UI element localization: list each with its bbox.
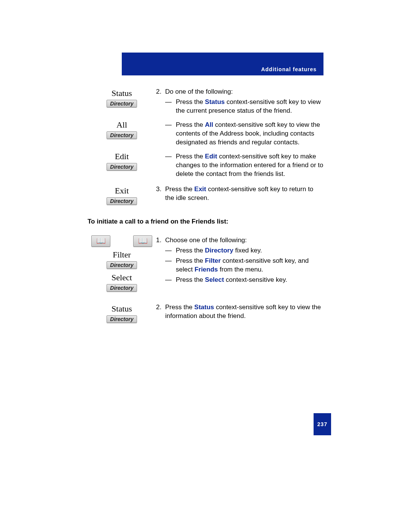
softkey-status2-label: Status — [88, 304, 156, 314]
page-number: 237 — [314, 413, 331, 435]
list-number: 2. — [156, 88, 165, 96]
softkey-exit-label: Exit — [88, 186, 156, 196]
dash-icon: — — [165, 152, 176, 179]
bullet-edit-wrap: — Press the Edit context-sensitive soft … — [156, 151, 323, 180]
list-number: 1. — [156, 236, 165, 245]
page: Additional features Status Directory 2. … — [0, 0, 411, 532]
section-header: Additional features — [261, 66, 317, 72]
softkey-all: All Directory — [88, 119, 156, 139]
row-step2-all: All Directory — Press the All context-se… — [88, 119, 323, 149]
bullet-select: — Press the Select context-sensitive key… — [165, 276, 323, 284]
directory-button[interactable]: Directory — [107, 100, 137, 107]
directory-button[interactable]: Directory — [107, 197, 137, 205]
row-step2-edit: Edit Directory — Press the Edit context-… — [88, 151, 323, 180]
bullet-status-text: Press the Status context-sensitive soft … — [176, 98, 323, 115]
bullet-edit-text: Press the Edit context-sensitive soft ke… — [176, 152, 323, 179]
row-sec2-step1: 📖 📖 Filter Directory Select Directory 1.… — [88, 235, 323, 292]
bullet-filter-text: Press the Filter context-sensitive soft … — [176, 257, 323, 274]
book-icon[interactable]: 📖 — [133, 235, 152, 247]
dash-icon: — — [165, 257, 176, 274]
bullet-edit: — Press the Edit context-sensitive soft … — [165, 152, 323, 179]
step3-body: Press the Exit context-sensitive soft ke… — [165, 185, 323, 203]
dash-icon: — — [165, 276, 176, 284]
fixed-key-row: 📖 📖 — [88, 235, 156, 247]
step2b: 2. Press the Status context-sensitive so… — [156, 303, 323, 321]
softkey-status-label: Status — [88, 88, 156, 98]
directory-button[interactable]: Directory — [107, 163, 137, 171]
step3: 3. Press the Exit context-sensitive soft… — [156, 185, 323, 203]
sec2-step1-text: 1. Choose one of the following: — Press … — [156, 235, 323, 286]
section-heading: To initiate a call to a friend on the Fr… — [88, 218, 323, 225]
dash-icon: — — [165, 98, 176, 115]
directory-button[interactable]: Directory — [107, 315, 137, 323]
step2b-body: Press the Status context-sensitive soft … — [165, 303, 323, 321]
bullet-filter: — Press the Filter context-sensitive sof… — [165, 257, 323, 274]
softkey-filter-label: Filter — [88, 250, 156, 260]
bullet-all-wrap: — Press the All context-sensitive soft k… — [156, 119, 323, 149]
bullet-all: — Press the All context-sensitive soft k… — [165, 121, 323, 147]
step1-lead: 1. Choose one of the following: — [156, 236, 323, 245]
dash-icon: — — [165, 121, 176, 147]
step1-lead-text: Choose one of the following: — [165, 236, 247, 245]
softkey-status2: Status Directory — [88, 303, 156, 323]
bullet-directory-text: Press the Directory fixed key. — [176, 246, 262, 255]
softkey-edit: Edit Directory — [88, 151, 156, 171]
directory-button[interactable]: Directory — [107, 131, 137, 139]
bullet-status: — Press the Status context-sensitive sof… — [165, 98, 323, 115]
softkey-status: Status Directory — [88, 88, 156, 107]
left-bookkeys: 📖 📖 Filter Directory Select Directory — [88, 235, 156, 292]
row-step3-exit: Exit Directory 3. Press the Exit context… — [88, 185, 323, 205]
content-block: Status Directory 2. Do one of the follow… — [88, 88, 323, 325]
softkey-edit-label: Edit — [88, 152, 156, 161]
step3-text: 3. Press the Exit context-sensitive soft… — [156, 185, 323, 204]
softkey-all-label: All — [88, 120, 156, 130]
sec2-step2-text: 2. Press the Status context-sensitive so… — [156, 303, 323, 322]
row-sec2-step2: Status Directory 2. Press the Status con… — [88, 303, 323, 323]
bullet-directory: — Press the Directory fixed key. — [165, 246, 323, 255]
softkey-select-label: Select — [88, 273, 156, 283]
bullet-all-text: Press the All context-sensitive soft key… — [176, 121, 323, 147]
directory-button[interactable]: Directory — [107, 261, 137, 269]
list-number: 2. — [156, 303, 165, 321]
bullet-select-text: Press the Select context-sensitive key. — [176, 276, 287, 284]
row-step2-status: Status Directory 2. Do one of the follow… — [88, 88, 323, 117]
header-band: Additional features — [122, 53, 323, 75]
dash-icon: — — [165, 246, 176, 255]
step2-text: 2. Do one of the following: — Press the … — [156, 88, 323, 117]
step2-lead-text: Do one of the following: — [165, 88, 233, 96]
step2-lead: 2. Do one of the following: — [156, 88, 323, 96]
book-icon[interactable]: 📖 — [91, 235, 110, 247]
softkey-exit: Exit Directory — [88, 185, 156, 205]
list-number: 3. — [156, 185, 165, 203]
directory-button[interactable]: Directory — [107, 284, 137, 292]
